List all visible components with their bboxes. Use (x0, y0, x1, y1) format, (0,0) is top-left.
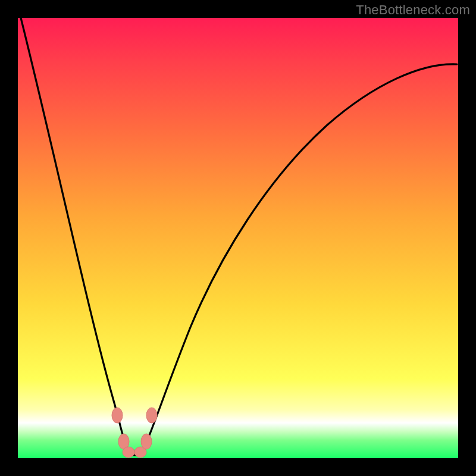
marker-dot (112, 408, 123, 423)
watermark-text: TheBottleneck.com (356, 2, 470, 18)
marker-dot (146, 408, 157, 423)
marker-dot (141, 434, 152, 449)
bottleneck-curve (21, 18, 457, 455)
chart-frame: TheBottleneck.com (0, 0, 476, 476)
marker-dot (123, 447, 134, 458)
curve-layer (18, 18, 458, 458)
plot-area (18, 18, 458, 458)
